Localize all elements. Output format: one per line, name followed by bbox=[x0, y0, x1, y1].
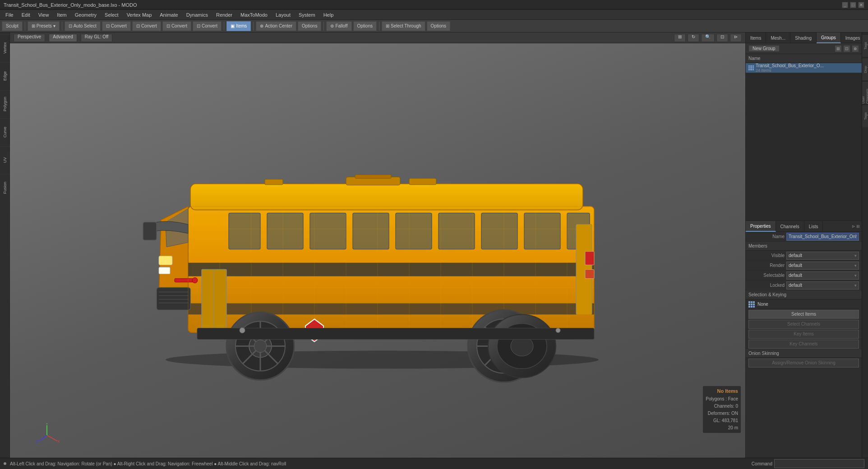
far-tab-tags2[interactable]: Tags bbox=[862, 105, 868, 127]
svg-rect-15 bbox=[524, 213, 560, 249]
render-dropdown[interactable]: default ▾ bbox=[786, 262, 859, 270]
selectable-dropdown[interactable]: default ▾ bbox=[786, 271, 859, 280]
falloff-button[interactable]: ⊚ Falloff bbox=[326, 21, 351, 31]
props-options-icon[interactable]: ⊞ bbox=[856, 224, 860, 229]
menu-view[interactable]: View bbox=[35, 11, 53, 18]
toolbar-separator-4 bbox=[253, 22, 254, 31]
viewport-icon-5[interactable]: ⊳ bbox=[730, 34, 742, 42]
menu-select[interactable]: Select bbox=[101, 11, 122, 18]
options-button-3[interactable]: Options bbox=[427, 21, 450, 31]
command-input[interactable] bbox=[774, 459, 864, 468]
far-tab-disp[interactable]: Disp bbox=[862, 58, 868, 80]
select-channels-button[interactable]: Select Channels bbox=[748, 320, 859, 329]
sidebar-uv-btn[interactable]: UV bbox=[0, 146, 10, 173]
onion-skinning-label: Onion Skinning bbox=[748, 351, 779, 356]
far-tab-tags[interactable]: Tags bbox=[862, 34, 868, 57]
key-channels-button[interactable]: Key Channels bbox=[748, 340, 859, 349]
tab-mesh[interactable]: Mesh... bbox=[766, 32, 790, 43]
selectable-dropdown-arrow: ▾ bbox=[854, 273, 857, 278]
menu-file[interactable]: File bbox=[2, 11, 17, 18]
menu-edit[interactable]: Edit bbox=[18, 11, 34, 18]
maximize-button[interactable]: □ bbox=[850, 2, 856, 8]
name-property-input[interactable] bbox=[786, 233, 859, 241]
sidebar-curve-btn[interactable]: Curve bbox=[0, 118, 10, 145]
viewport-icon-1[interactable]: ⊞ bbox=[674, 34, 686, 42]
group-list-item[interactable]: Transit_School_Bus_Exterior_O... 24 Item… bbox=[746, 63, 862, 73]
select-channels-label: Select Channels bbox=[787, 322, 820, 326]
advanced-toggle[interactable]: Advanced bbox=[49, 34, 77, 42]
menu-animate[interactable]: Animate bbox=[156, 11, 181, 18]
sculpt-button[interactable]: Sculpt bbox=[2, 21, 23, 31]
svg-rect-65 bbox=[159, 256, 172, 265]
visible-dropdown-arrow: ▾ bbox=[854, 253, 857, 258]
options2-label: Options bbox=[357, 23, 373, 28]
members-section-header: Members bbox=[746, 242, 862, 251]
convert-button-4[interactable]: ⊡ Convert bbox=[193, 21, 222, 31]
minimize-button[interactable]: _ bbox=[842, 2, 848, 8]
prop-tab-properties[interactable]: Properties bbox=[746, 221, 776, 232]
menu-item[interactable]: Item bbox=[53, 11, 70, 18]
groups-icon-2[interactable]: ⊡ bbox=[843, 45, 850, 52]
visible-dropdown[interactable]: default ▾ bbox=[786, 252, 859, 260]
locked-dropdown-arrow: ▾ bbox=[854, 283, 857, 288]
sidebar-edge-btn[interactable]: Edge bbox=[0, 62, 10, 89]
app-title: Transit_School_Bus_Exterior_Only_modo_ba… bbox=[4, 2, 137, 8]
svg-text:Y: Y bbox=[46, 423, 48, 426]
autoselect-button[interactable]: ⊡ Auto Select bbox=[65, 21, 101, 31]
right-panel-tabs: Items Mesh... Shading Groups Images ⊳ bbox=[746, 32, 862, 43]
convert3-label: Convert bbox=[171, 23, 187, 28]
viewport-icon-3[interactable]: 🔍 bbox=[701, 34, 715, 42]
convert-button-2[interactable]: ⊡ Convert bbox=[132, 21, 161, 31]
menu-help[interactable]: Help bbox=[320, 11, 337, 18]
svg-rect-60 bbox=[157, 287, 190, 310]
prop-tab-lists[interactable]: Lists bbox=[804, 221, 823, 232]
props-expand-icon[interactable]: ⊳ bbox=[852, 224, 855, 229]
menu-system[interactable]: System bbox=[295, 11, 319, 18]
options-button-2[interactable]: Options bbox=[353, 21, 377, 31]
menu-render[interactable]: Render bbox=[212, 11, 236, 18]
tab-groups[interactable]: Groups bbox=[817, 32, 841, 43]
viewport-icon-2[interactable]: ↻ bbox=[688, 34, 699, 42]
presets-button[interactable]: ⊞ Presets ▾ bbox=[28, 21, 60, 31]
menu-dynamics[interactable]: Dynamics bbox=[183, 11, 212, 18]
polygons-info: Polygons : Face bbox=[706, 395, 738, 403]
assign-remove-onion-button[interactable]: Assign/Remove Onion Skinning bbox=[748, 359, 859, 368]
toolbar-separator-5 bbox=[323, 22, 324, 31]
viewport-icon-4[interactable]: ⊡ bbox=[716, 34, 728, 42]
convert-button-1[interactable]: ⊡ Convert bbox=[102, 21, 131, 31]
far-tab-user-channels[interactable]: User Channels bbox=[862, 81, 868, 104]
window-controls[interactable]: _ □ ✕ bbox=[842, 2, 864, 8]
tab-items[interactable]: Items bbox=[746, 32, 766, 43]
action-center-button[interactable]: ⊕ Action Center bbox=[256, 21, 296, 31]
options-button-1[interactable]: Options bbox=[298, 21, 321, 31]
convert-button-3[interactable]: ⊡ Convert bbox=[162, 21, 191, 31]
locked-label: Locked bbox=[748, 283, 785, 288]
sidebar-polygon-btn[interactable]: Polygon bbox=[0, 90, 10, 117]
select-items-button[interactable]: Select Items bbox=[748, 310, 859, 319]
svg-line-77 bbox=[39, 435, 47, 441]
perspective-toggle[interactable]: Perspective bbox=[14, 34, 45, 42]
close-button[interactable]: ✕ bbox=[858, 2, 864, 8]
new-group-button[interactable]: New Group bbox=[748, 45, 780, 52]
svg-rect-68 bbox=[585, 269, 594, 278]
prop-tab-channels[interactable]: Channels bbox=[776, 221, 804, 232]
tab-shading[interactable]: Shading bbox=[790, 32, 817, 43]
menu-vertex-map[interactable]: Vertex Map bbox=[123, 11, 156, 18]
select-through-button[interactable]: ⊞ Select Through bbox=[382, 21, 425, 31]
key-items-button[interactable]: Key Items bbox=[748, 330, 859, 339]
groups-icon-1[interactable]: ⊞ bbox=[835, 45, 842, 52]
sidebar-vertex-btn[interactable]: Vertex bbox=[0, 34, 10, 61]
groups-list[interactable]: Transit_School_Bus_Exterior_O... 24 Item… bbox=[746, 63, 862, 221]
locked-dropdown[interactable]: default ▾ bbox=[786, 281, 859, 290]
viewport-canvas[interactable]: STOP bbox=[10, 43, 745, 458]
items-button[interactable]: ▣ Items bbox=[226, 21, 251, 31]
menu-geometry[interactable]: Geometry bbox=[71, 11, 100, 18]
menu-maxtomodo[interactable]: MaxToModo bbox=[237, 11, 271, 18]
titlebar: Transit_School_Bus_Exterior_Only_modo_ba… bbox=[0, 0, 868, 10]
sidebar-fusion-btn[interactable]: Fusion bbox=[0, 174, 10, 201]
groups-top-bar: New Group ⊞ ⊡ ⊕ bbox=[746, 43, 862, 54]
menu-layout[interactable]: Layout bbox=[272, 11, 294, 18]
ray-gl-toggle[interactable]: Ray GL: Off bbox=[81, 34, 113, 42]
groups-icon-3[interactable]: ⊕ bbox=[852, 45, 859, 52]
options3-label: Options bbox=[431, 23, 446, 28]
